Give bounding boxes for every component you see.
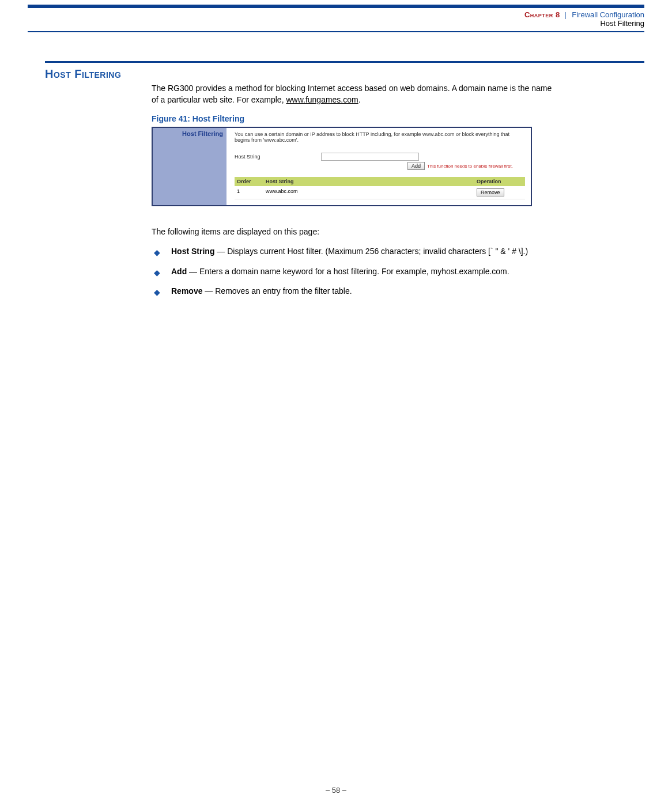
intro-paragraph: The RG300 provides a method for blocking… [152, 82, 555, 106]
list-item: Remove — Removes an entry from the filte… [152, 285, 555, 297]
section-heading: Host Filtering [28, 67, 152, 81]
screenshot-main: You can use a certain domain or IP addre… [226, 128, 531, 206]
screenshot-panel-title: Host Filtering [156, 130, 223, 137]
th-host: Host String [266, 179, 477, 184]
bullet-desc: — Displays current Host filter. (Maximum… [214, 247, 528, 256]
page-footer: – 58 – [0, 786, 672, 794]
intro-text-b: . [358, 95, 361, 104]
bullet-list: Host String — Displays current Host filt… [152, 245, 555, 297]
screenshot-host-label: Host String [235, 154, 321, 160]
td-host: www.abc.com [266, 188, 477, 196]
chapter-title: Firewall Configuration [572, 10, 644, 19]
screenshot-sidebar: Host Filtering [153, 128, 226, 206]
screenshot-warning: This function needs to enable firewall f… [427, 164, 513, 169]
bullet-term: Add [171, 267, 187, 276]
bullet-desc: — Enters a domain name keyword for a hos… [187, 267, 509, 276]
header-sub: Host Filtering [28, 19, 644, 28]
bullet-desc: — Removes an entry from the filter table… [202, 286, 352, 296]
intro-example-link: www.fungames.com [286, 95, 358, 104]
page-number: – 58 – [326, 786, 346, 794]
bullet-term: Remove [171, 286, 202, 296]
section-rule [45, 61, 644, 63]
th-order: Order [237, 179, 266, 184]
figure-screenshot: Host Filtering You can use a certain dom… [152, 127, 532, 207]
td-order: 1 [237, 188, 266, 196]
screenshot-table-head: Order Host String Operation [235, 177, 525, 186]
screenshot-desc: You can use a certain domain or IP addre… [235, 131, 525, 144]
screenshot-remove-button[interactable]: Remove [477, 188, 504, 196]
figure-caption: Figure 41: Host Filtering [152, 114, 555, 123]
header-breadcrumb: Host Filtering [600, 19, 644, 28]
chapter-label: Chapter 8 [524, 10, 560, 19]
screenshot-host-input[interactable] [321, 153, 419, 161]
bullet-term: Host String [171, 247, 214, 256]
screenshot-add-button[interactable]: Add [407, 162, 425, 170]
following-intro: The following items are displayed on thi… [152, 226, 555, 237]
header-line: Chapter 8 | Firewall Configuration [28, 10, 644, 19]
th-op: Operation [477, 179, 523, 184]
list-item: Host String — Displays current Host filt… [152, 245, 555, 257]
list-item: Add — Enters a domain name keyword for a… [152, 266, 555, 277]
table-row: 1 www.abc.com Remove [235, 186, 525, 199]
header-separator: | [562, 10, 569, 19]
header-top-stripe [28, 5, 644, 8]
